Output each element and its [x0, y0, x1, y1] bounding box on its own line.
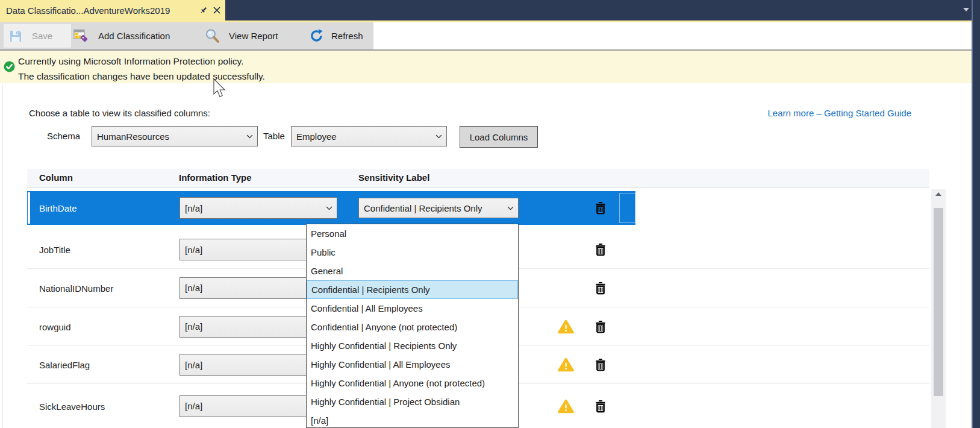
- delete-classification-icon[interactable]: [595, 282, 606, 294]
- grid-header-row: Column Information Type Sensitivity Labe…: [27, 169, 929, 187]
- information-type-select-value: [n/a]: [185, 360, 326, 370]
- information-type-select-value: [n/a]: [185, 203, 326, 213]
- sensitivity-option[interactable]: Highly Confidential | Recipients Only: [307, 336, 518, 355]
- schema-select-value: HumanResources: [97, 131, 246, 142]
- save-icon: [9, 30, 22, 43]
- information-type-select-value: [n/a]: [185, 283, 326, 293]
- document-tab[interactable]: Data Classificatio...AdventureWorks2019: [0, 0, 225, 20]
- selected-row-focus-bar: [28, 192, 30, 224]
- column-header-column: Column: [39, 172, 73, 183]
- sensitivity-option[interactable]: [n/a]: [307, 411, 518, 428]
- sensitivity-option[interactable]: Confidential | Recipients Only: [307, 280, 518, 299]
- refresh-button[interactable]: Refresh: [310, 22, 363, 49]
- window-right-border: [972, 0, 980, 428]
- success-check-icon: [4, 61, 15, 72]
- sensitivity-label-select-value: Confidential | Recipients Only: [364, 203, 507, 213]
- column-header-information-type: Information Type: [179, 172, 252, 183]
- chevron-down-icon: [435, 134, 442, 139]
- toolbar: Save Add Classification View Report Refr…: [0, 22, 972, 51]
- information-type-select-value: [n/a]: [185, 321, 326, 332]
- column-name: SalariedFlag: [39, 360, 90, 370]
- table-select-value: Employee: [296, 131, 435, 142]
- save-button[interactable]: Save: [4, 24, 71, 48]
- view-report-button[interactable]: View Report: [204, 22, 278, 49]
- pin-icon[interactable]: [199, 6, 208, 14]
- load-columns-button[interactable]: Load Columns: [460, 126, 538, 148]
- column-name: NationalIDNumber: [39, 283, 113, 293]
- sensitivity-label-listbox: PersonalPublicGeneralConfidential | Reci…: [306, 224, 519, 428]
- sensitivity-option[interactable]: Highly Confidential | Project Obsidian: [307, 392, 518, 411]
- delete-classification-icon[interactable]: [595, 202, 606, 215]
- table-select[interactable]: Employee: [291, 126, 447, 146]
- add-classification-label: Add Classification: [98, 31, 170, 41]
- sensitivity-option[interactable]: Highly Confidential | All Employees: [307, 355, 518, 374]
- table-label: Table: [263, 131, 285, 141]
- window-left-border: [2, 85, 2, 428]
- sensitivity-option[interactable]: Confidential | All Employees: [307, 299, 518, 318]
- chevron-down-icon: [246, 134, 253, 139]
- banner-line1: Currently using Microsoft Information Pr…: [18, 54, 265, 69]
- delete-classification-icon[interactable]: [595, 244, 606, 256]
- warning-icon: [558, 319, 574, 334]
- save-label: Save: [32, 31, 52, 41]
- add-classification-button[interactable]: Add Classification: [73, 22, 170, 49]
- warning-icon: [558, 357, 574, 373]
- table-row[interactable]: BirthDate[n/a]Confidential | Recipients …: [27, 191, 635, 225]
- close-icon[interactable]: [213, 7, 220, 14]
- selected-cell-outline: [619, 193, 635, 223]
- delete-classification-icon[interactable]: [595, 359, 606, 371]
- column-name: BirthDate: [39, 203, 77, 213]
- column-name: rowguid: [39, 321, 71, 332]
- document-tab-bar: Data Classificatio...AdventureWorks2019: [0, 0, 980, 20]
- document-tab-title: Data Classificatio...AdventureWorks2019: [6, 5, 199, 16]
- add-classification-icon: [73, 28, 90, 43]
- refresh-icon: [310, 29, 323, 43]
- mouse-cursor: [213, 79, 226, 98]
- sensitivity-option[interactable]: Public: [307, 243, 518, 262]
- sensitivity-option[interactable]: General: [307, 262, 518, 280]
- schema-select[interactable]: HumanResources: [92, 126, 258, 146]
- delete-classification-icon[interactable]: [595, 400, 606, 412]
- status-banner: Currently using Microsoft Information Pr…: [0, 51, 980, 83]
- tab-overflow-chevron-icon[interactable]: [963, 8, 970, 12]
- column-header-sensitivity-label: Sensitivity Label: [358, 172, 429, 183]
- warning-icon: [558, 398, 574, 414]
- scroll-up-icon[interactable]: [931, 192, 946, 201]
- column-name: JobTitle: [39, 245, 70, 255]
- learn-more-link[interactable]: Learn more – Getting Started Guide: [768, 108, 911, 118]
- chevron-down-icon: [326, 206, 332, 210]
- view-report-label: View Report: [229, 31, 278, 41]
- view-report-icon: [204, 28, 220, 44]
- refresh-label: Refresh: [331, 31, 363, 41]
- delete-classification-icon[interactable]: [595, 320, 606, 333]
- banner-line2: The classification changes have been upd…: [18, 69, 265, 84]
- choose-table-prompt: Choose a table to view its classified co…: [29, 108, 210, 118]
- sensitivity-option[interactable]: Confidential | Anyone (not protected): [307, 318, 518, 336]
- information-type-select[interactable]: [n/a]: [179, 197, 337, 219]
- scrollbar-thumb[interactable]: [934, 208, 943, 396]
- schema-label: Schema: [47, 131, 80, 141]
- information-type-select-value: [n/a]: [185, 245, 326, 255]
- sensitivity-option[interactable]: Highly Confidential | Anyone (not protec…: [307, 374, 518, 392]
- sensitivity-option[interactable]: Personal: [307, 224, 518, 243]
- sensitivity-label-select[interactable]: Confidential | Recipients Only: [358, 198, 519, 218]
- chevron-down-icon: [507, 206, 514, 210]
- vertical-scrollbar[interactable]: [931, 189, 946, 428]
- column-name: SickLeaveHours: [39, 401, 105, 411]
- information-type-select-value: [n/a]: [185, 401, 326, 411]
